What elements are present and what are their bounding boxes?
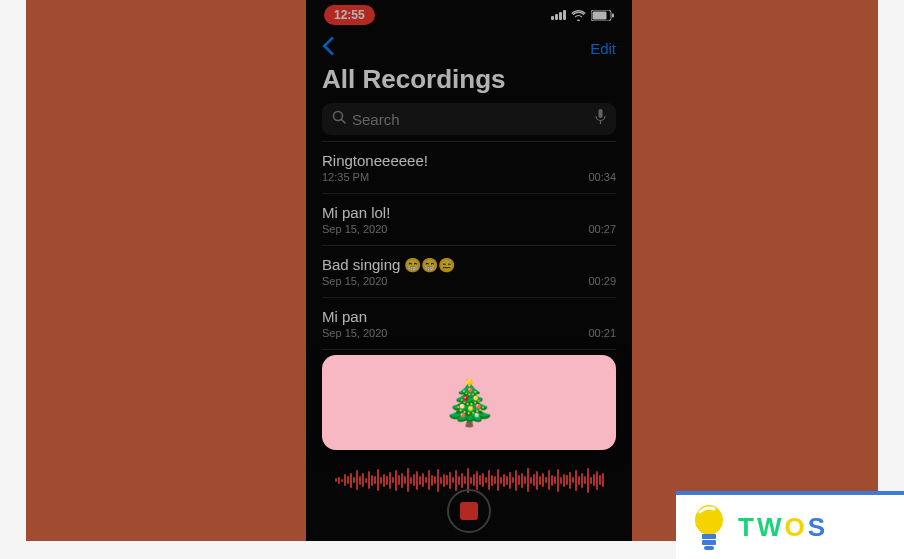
notification-popup[interactable]: 🎄: [322, 355, 616, 450]
page-title: All Recordings: [306, 64, 632, 103]
status-bar: 12:55: [306, 0, 632, 30]
recording-row[interactable]: Mi panSep 15, 202000:21: [322, 298, 616, 350]
stop-icon: [460, 502, 478, 520]
status-right: [551, 10, 614, 21]
recording-row[interactable]: Bad singing😁😁😑Sep 15, 202000:29: [322, 246, 616, 298]
recording-duration: 00:34: [588, 171, 616, 183]
phone-screen: 12:55 Edit All Recordings Search: [306, 0, 632, 541]
recording-title: Ringtoneeeeee!: [322, 152, 428, 169]
svg-rect-2: [612, 13, 614, 17]
cellular-signal-icon: [551, 10, 566, 20]
recording-title: Mi pan lol!: [322, 204, 390, 221]
recording-date: 12:35 PM: [322, 171, 369, 183]
recording-row[interactable]: Ringtoneeeeee!12:35 PM00:34: [322, 141, 616, 194]
video-frame: 12:55 Edit All Recordings Search: [26, 0, 878, 541]
recording-title: Bad singing: [322, 256, 400, 273]
watermark-text: TWOS: [738, 512, 828, 543]
svg-rect-10: [704, 546, 714, 550]
christmas-tree-icon: 🎄: [442, 381, 497, 425]
battery-icon: [591, 10, 614, 21]
svg-rect-1: [593, 11, 607, 19]
recording-row[interactable]: Mi pan lol!Sep 15, 202000:27: [322, 194, 616, 246]
watermark-badge: TWOS: [676, 491, 904, 559]
svg-rect-8: [702, 534, 716, 539]
edit-button[interactable]: Edit: [590, 40, 616, 57]
search-input[interactable]: Search: [322, 103, 616, 135]
recording-date: Sep 15, 2020: [322, 327, 387, 339]
record-controls: [306, 489, 632, 533]
recording-title: Mi pan: [322, 308, 367, 325]
svg-rect-9: [702, 540, 716, 545]
recording-date: Sep 15, 2020: [322, 275, 387, 287]
svg-line-4: [342, 120, 346, 124]
search-placeholder: Search: [352, 111, 595, 128]
svg-rect-5: [599, 109, 603, 118]
search-icon: [332, 110, 346, 128]
recording-date: Sep 15, 2020: [322, 223, 387, 235]
recording-time-pill: 12:55: [324, 5, 375, 25]
recording-duration: 00:27: [588, 223, 616, 235]
nav-bar: Edit: [306, 30, 632, 64]
dictation-icon[interactable]: [595, 109, 606, 129]
emoji-icon: 😁😁😑: [404, 257, 455, 273]
stop-record-button[interactable]: [447, 489, 491, 533]
recording-duration: 00:21: [588, 327, 616, 339]
back-button[interactable]: [322, 36, 335, 60]
recording-duration: 00:29: [588, 275, 616, 287]
bulb-icon: [690, 503, 728, 551]
wifi-icon: [571, 10, 586, 21]
